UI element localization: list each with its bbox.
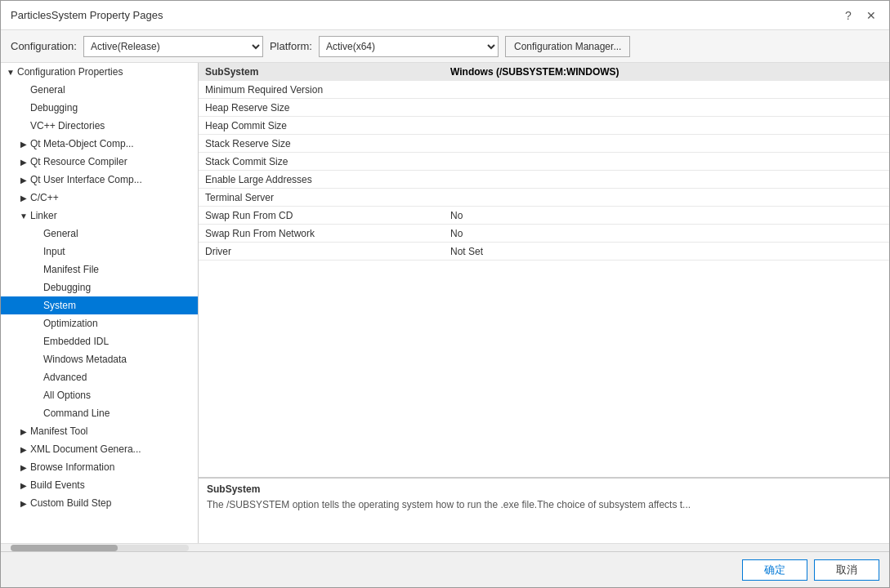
tree-item-browse-info[interactable]: ▶Browse Information	[1, 458, 198, 476]
tree-item-linker-general[interactable]: General	[1, 225, 198, 243]
tree-item-linker-command-line[interactable]: Command Line	[1, 404, 198, 422]
tree-item-debugging[interactable]: Debugging	[1, 99, 198, 117]
tree-label: All Options	[43, 390, 91, 401]
right-panel: SubSystemWindows (/SUBSYSTEM:WINDOWS)Min…	[199, 63, 889, 543]
tree-label: Optimization	[43, 318, 98, 329]
tree-item-qt-meta[interactable]: ▶Qt Meta-Object Comp...	[1, 135, 198, 153]
tree-item-linker-all-options[interactable]: All Options	[1, 386, 198, 404]
prop-name: Minimum Required Version	[199, 84, 444, 96]
tree-item-qt-resource[interactable]: ▶Qt Resource Compiler	[1, 153, 198, 171]
prop-name: Terminal Server	[199, 192, 444, 203]
title-bar-controls: ? ✕	[840, 7, 879, 24]
help-button[interactable]: ?	[840, 7, 856, 24]
prop-row[interactable]: Stack Reserve Size	[199, 135, 889, 153]
expand-icon[interactable]: ▼	[4, 65, 17, 78]
expand-icon[interactable]: ▶	[17, 425, 30, 438]
prop-row[interactable]: Stack Commit Size	[199, 153, 889, 171]
tree-label: Input	[43, 246, 65, 257]
properties-table: SubSystemWindows (/SUBSYSTEM:WINDOWS)Min…	[199, 63, 889, 478]
tree-item-vc-dirs[interactable]: VC++ Directories	[1, 117, 198, 135]
desc-text: The /SUBSYSTEM option tells the operatin…	[207, 498, 881, 512]
title-bar: ParticlesSystem Property Pages ? ✕	[1, 1, 889, 30]
tree-item-linker-optimization[interactable]: Optimization	[1, 314, 198, 332]
prop-row[interactable]: DriverNot Set	[199, 243, 889, 261]
prop-row[interactable]: SubSystemWindows (/SUBSYSTEM:WINDOWS)	[199, 63, 889, 81]
prop-row[interactable]: Terminal Server	[199, 189, 889, 207]
prop-value: Not Set	[444, 246, 889, 257]
expand-icon[interactable]: ▼	[17, 209, 30, 222]
prop-value: Windows (/SUBSYSTEM:WINDOWS)	[444, 66, 889, 78]
tree-item-config-props[interactable]: ▼Configuration Properties	[1, 63, 198, 81]
desc-title: SubSystem	[207, 483, 881, 495]
config-label: Configuration:	[11, 40, 77, 52]
toolbar: Configuration: Active(Release) Platform:…	[1, 30, 889, 63]
tree-label: System	[43, 300, 76, 311]
expand-icon[interactable]: ▶	[17, 479, 30, 492]
prop-value: No	[444, 228, 889, 239]
tree-item-qt-ui[interactable]: ▶Qt User Interface Comp...	[1, 171, 198, 189]
tree-label: Qt User Interface Comp...	[30, 174, 142, 185]
cancel-button[interactable]: 取消	[814, 559, 879, 581]
tree-label: C/C++	[30, 192, 59, 203]
scroll-thumb[interactable]	[11, 545, 118, 551]
tree-label: Custom Build Step	[30, 497, 111, 509]
tree-item-general[interactable]: General	[1, 81, 198, 99]
tree-item-cpp[interactable]: ▶C/C++	[1, 189, 198, 207]
prop-name: Stack Reserve Size	[199, 138, 444, 149]
tree-label: Command Line	[43, 408, 110, 419]
prop-name: Heap Reserve Size	[199, 102, 444, 114]
prop-row[interactable]: Heap Commit Size	[199, 117, 889, 135]
tree-item-linker-system[interactable]: System	[1, 296, 198, 314]
tree-label: Qt Resource Compiler	[30, 156, 127, 167]
main-window: ParticlesSystem Property Pages ? ✕ Confi…	[0, 0, 890, 588]
tree-label: Manifest File	[43, 264, 99, 275]
tree-item-linker-windows-meta[interactable]: Windows Metadata	[1, 350, 198, 368]
tree-label: Configuration Properties	[17, 66, 123, 78]
tree-label: VC++ Directories	[30, 120, 105, 131]
tree-item-linker-input[interactable]: Input	[1, 243, 198, 261]
config-manager-button[interactable]: Configuration Manager...	[505, 36, 630, 57]
tree-label: Advanced	[43, 372, 87, 383]
expand-icon[interactable]: ▶	[17, 155, 30, 168]
tree-label: Browse Information	[30, 461, 114, 473]
tree-label: Qt Meta-Object Comp...	[30, 138, 134, 149]
tree-item-build-events[interactable]: ▶Build Events	[1, 476, 198, 494]
expand-icon[interactable]: ▶	[17, 137, 30, 150]
prop-row[interactable]: Swap Run From NetworkNo	[199, 225, 889, 243]
description-panel: SubSystem The /SUBSYSTEM option tells th…	[199, 478, 889, 543]
scrollbar-area	[1, 543, 889, 551]
button-row: 确定 取消	[1, 551, 889, 587]
prop-value: No	[444, 210, 889, 221]
tree-label: General	[30, 84, 65, 96]
expand-icon[interactable]: ▶	[17, 443, 30, 456]
prop-row[interactable]: Heap Reserve Size	[199, 99, 889, 117]
tree-item-linker[interactable]: ▼Linker	[1, 207, 198, 225]
prop-name: Swap Run From Network	[199, 228, 444, 239]
expand-icon[interactable]: ▶	[17, 191, 30, 204]
tree-item-linker-manifest[interactable]: Manifest File	[1, 261, 198, 278]
main-content: ▼Configuration PropertiesGeneralDebuggin…	[1, 63, 889, 543]
config-select[interactable]: Active(Release)	[83, 36, 263, 57]
tree-item-manifest-tool[interactable]: ▶Manifest Tool	[1, 422, 198, 440]
prop-name: SubSystem	[199, 66, 444, 78]
ok-button[interactable]: 确定	[742, 559, 807, 581]
platform-label: Platform:	[270, 40, 312, 52]
close-button[interactable]: ✕	[863, 7, 879, 24]
prop-row[interactable]: Swap Run From CDNo	[199, 207, 889, 225]
tree-item-custom-build[interactable]: ▶Custom Build Step	[1, 494, 198, 512]
expand-icon[interactable]: ▶	[17, 461, 30, 474]
prop-row[interactable]: Enable Large Addresses	[199, 171, 889, 189]
tree-item-linker-advanced[interactable]: Advanced	[1, 368, 198, 386]
horizontal-scrollbar[interactable]	[1, 544, 199, 552]
expand-icon[interactable]: ▶	[17, 497, 30, 510]
prop-row[interactable]: Minimum Required Version	[199, 81, 889, 99]
tree-label: XML Document Genera...	[30, 443, 141, 455]
tree-label: General	[43, 228, 78, 239]
tree-item-xml-doc[interactable]: ▶XML Document Genera...	[1, 440, 198, 458]
tree-item-linker-embedded-idl[interactable]: Embedded IDL	[1, 332, 198, 350]
tree-label: Embedded IDL	[43, 336, 109, 347]
expand-icon[interactable]: ▶	[17, 173, 30, 186]
platform-select[interactable]: Active(x64)	[319, 36, 499, 57]
prop-name: Driver	[199, 246, 444, 257]
tree-item-linker-debugging[interactable]: Debugging	[1, 278, 198, 296]
